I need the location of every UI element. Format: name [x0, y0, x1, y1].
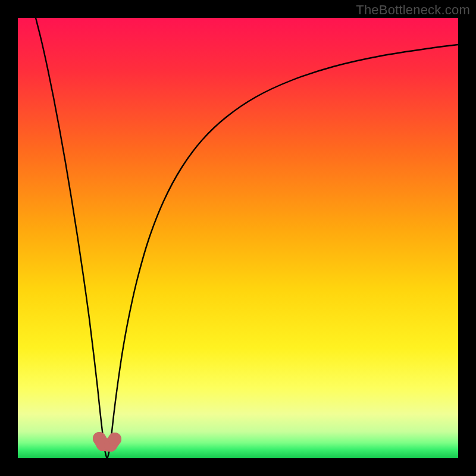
plot-background	[18, 18, 458, 458]
curve-marker	[108, 433, 121, 446]
chart-frame: TheBottleneck.com	[0, 0, 476, 476]
bottleneck-chart	[0, 0, 476, 476]
attribution-label: TheBottleneck.com	[356, 2, 470, 18]
